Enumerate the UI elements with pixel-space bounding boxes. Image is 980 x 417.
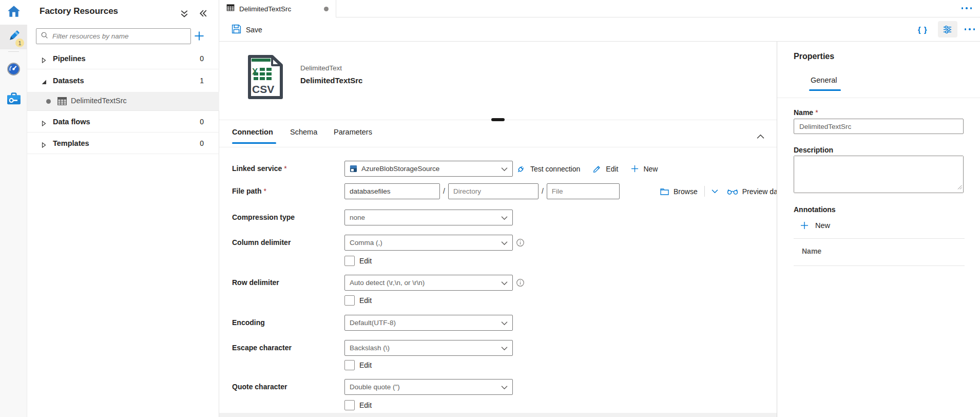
collapse-sidebar-icon[interactable] (199, 9, 208, 18)
dataset-name-input[interactable] (794, 119, 964, 134)
file-input[interactable] (547, 183, 620, 199)
tab-connection[interactable]: Connection (232, 128, 273, 136)
column-delimiter-edit-checkbox[interactable]: Edit (344, 255, 372, 267)
sidebar-title: Factory Resources (40, 6, 118, 16)
horizontal-scrollbar[interactable] (219, 413, 777, 417)
tree-item-label: DelimitedTextSrc (71, 97, 127, 105)
search-icon (41, 31, 48, 41)
gauge-icon (7, 62, 21, 78)
properties-title: Properties (794, 52, 834, 61)
code-view-button[interactable]: { } (915, 23, 931, 36)
annotations-column-header: Name (802, 247, 821, 255)
unsaved-indicator-dot (324, 7, 329, 11)
linked-service-dropdown[interactable]: AzureBlobStorageSource (344, 161, 513, 177)
quote-character-value: Double quote (") (350, 383, 501, 391)
editor-toolbar: Save { } (219, 17, 980, 42)
tree-label: Datasets (53, 77, 84, 85)
toolbar-overflow-menu-icon[interactable] (965, 28, 975, 30)
chevron-right-icon[interactable] (41, 141, 47, 146)
collapse-all-icon[interactable] (180, 9, 189, 18)
toolbox-icon (7, 92, 21, 107)
tree-section-datasets[interactable]: Datasets 1 (27, 70, 219, 91)
description-textarea[interactable] (794, 156, 963, 193)
annotations-divider (794, 238, 965, 239)
info-icon[interactable] (516, 278, 525, 287)
csv-file-icon: X CSV (245, 54, 285, 102)
divider (704, 186, 705, 197)
row-delimiter-dropdown[interactable]: Auto detect (\r,\n, or \r\n) (344, 275, 513, 291)
name-label: Name* (794, 108, 818, 117)
tab-schema[interactable]: Schema (290, 128, 317, 136)
compression-type-dropdown[interactable]: none (344, 210, 513, 225)
container-input[interactable] (344, 183, 440, 199)
chevron-right-icon[interactable] (41, 56, 47, 62)
edit-linked-service-button[interactable]: Edit (592, 164, 618, 174)
nav-monitor[interactable] (0, 58, 27, 82)
checkbox-icon[interactable] (344, 360, 355, 370)
home-icon (7, 5, 21, 20)
chevron-down-icon (501, 278, 508, 288)
chevron-down-icon (501, 213, 508, 222)
splitter-drag-handle[interactable] (491, 118, 505, 121)
save-label: Save (246, 26, 262, 34)
tree-label: Pipelines (53, 54, 86, 63)
resource-filter (36, 28, 191, 44)
annotations-divider (794, 266, 965, 266)
chevron-right-icon[interactable] (41, 119, 47, 125)
tab-delimitedtextsrc[interactable]: DelimitedTextSrc (219, 0, 336, 17)
checkbox-icon[interactable] (344, 295, 355, 306)
tab-parameters[interactable]: Parameters (334, 128, 372, 136)
tree-count: 0 (200, 118, 204, 126)
asset-type-label: DelimitedText (300, 64, 342, 72)
row-delimiter-edit-checkbox[interactable]: Edit (344, 295, 372, 306)
tabs-divider (219, 147, 777, 147)
info-icon[interactable] (516, 238, 525, 247)
annotations-label: Annotations (794, 205, 836, 214)
tree-item-delimitedtextsrc[interactable]: DelimitedTextSrc (27, 92, 219, 111)
encoding-label: Encoding (232, 315, 265, 331)
tree-section-dataflows[interactable]: Data flows 0 (27, 111, 219, 132)
test-connection-button[interactable]: Test connection (516, 164, 580, 174)
escape-character-edit-checkbox[interactable]: Edit (344, 359, 372, 371)
save-button[interactable]: Save (232, 22, 262, 37)
tab-label: DelimitedTextSrc (239, 5, 291, 13)
tree-section-templates[interactable]: Templates 0 (27, 133, 219, 154)
column-delimiter-dropdown[interactable]: Comma (,) (344, 235, 513, 251)
tree-label: Data flows (53, 118, 90, 126)
collapse-section-icon[interactable] (757, 132, 764, 137)
browse-split-chevron[interactable] (712, 189, 718, 194)
add-annotation-button[interactable]: New (800, 221, 830, 230)
path-separator: / (440, 183, 448, 199)
escape-character-dropdown[interactable]: Backslash (\) (344, 340, 513, 356)
dataset-table-icon (226, 4, 235, 14)
save-icon (232, 24, 241, 35)
quote-character-dropdown[interactable]: Double quote (") (344, 379, 513, 395)
tab-general[interactable]: General (811, 76, 837, 84)
directory-input[interactable] (448, 183, 539, 199)
column-delimiter-value: Comma (,) (350, 239, 501, 247)
filter-resources-input[interactable] (52, 32, 186, 40)
chevron-expanded-icon[interactable] (41, 78, 47, 83)
checkbox-icon[interactable] (344, 256, 355, 266)
tab-overflow-menu-icon[interactable] (962, 7, 972, 9)
encoding-dropdown[interactable]: Default(UTF-8) (344, 315, 513, 331)
nav-author[interactable]: 1 (0, 25, 27, 49)
quote-character-edit-checkbox[interactable]: Edit (344, 400, 372, 411)
browse-button[interactable]: Browse (660, 187, 698, 196)
preview-data-button[interactable]: Preview data (727, 187, 777, 196)
resize-grip-icon[interactable] (957, 182, 962, 192)
tree-section-pipelines[interactable]: Pipelines 0 (27, 48, 219, 69)
add-resource-button[interactable] (194, 30, 206, 43)
nav-home[interactable] (0, 0, 27, 25)
column-delimiter-label: Column delimiter (232, 235, 291, 251)
new-linked-service-button[interactable]: New (630, 164, 658, 173)
left-nav-rail: 1 (0, 0, 27, 417)
checkbox-icon[interactable] (344, 400, 355, 410)
active-tab-underline (232, 142, 276, 144)
file-path-inputs: / / (344, 183, 620, 199)
description-field (794, 156, 964, 193)
chevron-down-icon (501, 383, 508, 392)
nav-manage[interactable] (0, 87, 27, 112)
settings-sliders-button[interactable] (938, 21, 957, 37)
description-label: Description (794, 146, 833, 154)
